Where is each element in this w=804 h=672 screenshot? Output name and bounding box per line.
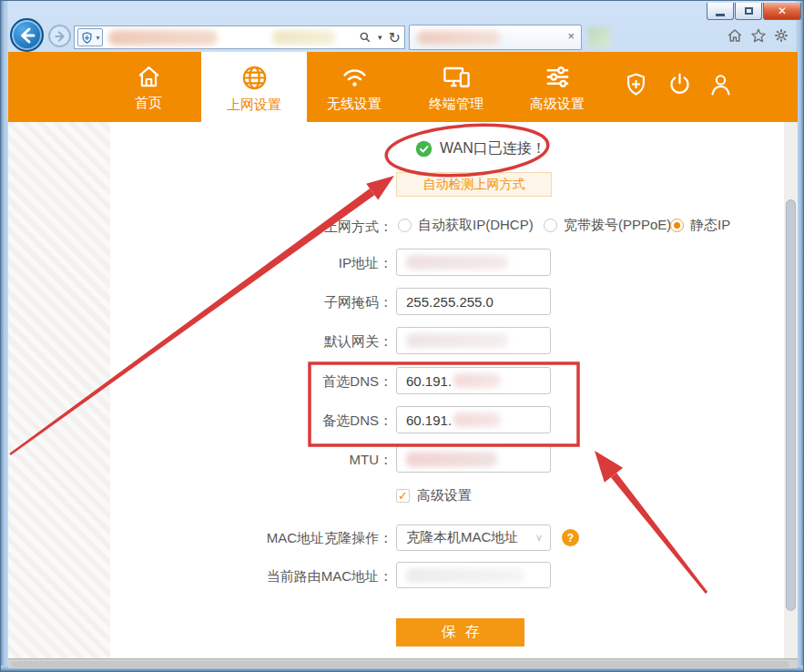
site-icon-box[interactable]: ▾ [77,28,103,46]
close-button[interactable]: ✕ [763,3,801,20]
nav-tab-label: 上网设置 [227,97,281,114]
back-button[interactable] [10,18,44,52]
mtu-input[interactable] [396,445,551,473]
vertical-scrollbar-thumb[interactable] [786,199,796,611]
star-icon [750,27,767,44]
radio-label: 宽带拨号(PPPoE) [564,217,671,234]
url-redacted-blob2 [272,30,336,45]
url-redacted-blob [108,30,218,46]
browser-window: ✕ ▾ ▾ ↻ × 首页 [0,0,804,672]
radio-option-dhcp[interactable]: 自动获取IP(DHCP) [398,217,534,234]
ip-address-label: IP地址： [110,255,392,272]
site-nav: 首页 上网设置 无线设置 终端管理 高级设置 [8,52,798,122]
checkbox-checked-icon[interactable]: ✓ [396,489,410,503]
minimize-button[interactable] [707,3,734,20]
redacted-value [406,333,508,348]
primary-dns-label: 首选DNS： [110,373,392,391]
redacted-value [453,373,501,388]
vertical-scrollbar[interactable] [784,122,798,658]
forward-button[interactable] [48,25,71,47]
nav-tab-device-management[interactable]: 终端管理 [406,52,506,122]
advanced-settings-toggle[interactable]: ✓ 高级设置 [396,487,472,504]
radio-option-pppoe[interactable]: 宽带拨号(PPPoE) [544,217,671,234]
nav-tab-home[interactable]: 首页 [98,52,198,122]
reboot-power-button[interactable] [666,70,694,98]
mac-clone-selected-value: 克隆本机MAC地址 [406,529,518,546]
nav-tab-internet-settings[interactable]: 上网设置 [201,52,307,124]
current-mac-label: 当前路由MAC地址： [110,568,392,585]
user-icon [707,70,735,98]
mode-label: 上网方式： [110,219,392,236]
redacted-value [406,452,497,467]
search-icon[interactable] [359,31,371,44]
page-left-background [8,122,110,658]
mac-clone-select[interactable]: 克隆本机MAC地址 ∨ [396,524,551,551]
redacted-value [406,255,508,270]
nav-tab-label: 无线设置 [327,96,382,113]
address-bar[interactable]: ▾ ▾ ↻ [74,25,405,49]
redacted-value [453,412,501,427]
tab-close-icon[interactable]: × [567,30,575,42]
home-icon [727,27,743,44]
chevron-down-icon: ∨ [535,532,543,544]
sliders-icon [542,61,574,93]
ip-address-input[interactable] [396,249,551,276]
new-tab-button[interactable] [588,27,610,47]
radio-option-static-ip[interactable]: 静态IP [670,217,730,234]
close-icon: ✕ [778,5,787,17]
subnet-mask-value: 255.255.255.0 [406,294,494,310]
nav-tab-label: 终端管理 [429,96,483,113]
check-circle-icon [415,140,433,158]
horizontal-scrollbar-thumb[interactable] [11,661,789,667]
wan-status-text: WAN口已连接！ [440,139,546,158]
secondary-dns-label: 备选DNS： [110,412,392,430]
wifi-icon [339,61,371,93]
secondary-dns-input[interactable]: 60.191. [396,406,551,433]
maximize-button[interactable] [735,3,762,20]
radio-label: 自动获取IP(DHCP) [418,217,534,234]
gateway-label: 默认网关： [110,333,392,351]
settings-button[interactable] [773,27,789,44]
globe-icon [239,62,270,94]
home-toolbar-button[interactable] [727,27,743,44]
mac-clone-label: MAC地址克隆操作： [110,530,392,547]
subnet-mask-label: 子网掩码： [110,294,392,311]
refresh-icon[interactable]: ↻ [389,29,401,46]
forward-arrow-icon [53,29,67,44]
nav-tab-advanced-settings[interactable]: 高级设置 [507,52,607,122]
browser-tab[interactable]: × [409,25,582,50]
gateway-input[interactable] [396,327,551,354]
gear-icon [773,27,789,44]
radio-icon-selected[interactable] [670,219,684,232]
current-mac-input[interactable] [396,562,551,588]
subnet-mask-input[interactable]: 255.255.255.0 [396,288,551,315]
search-dropdown-caret-icon[interactable]: ▾ [378,33,382,42]
shield-plus-icon [622,70,650,98]
save-button[interactable]: 保存 [396,618,524,647]
radio-icon[interactable] [398,219,412,232]
radio-icon[interactable] [544,219,557,232]
primary-dns-input[interactable]: 60.191. [396,367,551,394]
security-shield-button[interactable] [622,70,650,98]
auto-detect-button[interactable]: 自动检测上网方式 [396,172,552,197]
save-label: 保存 [442,623,489,642]
chevron-down-icon: ▾ [96,34,99,42]
horizontal-scrollbar[interactable] [8,658,798,668]
maximize-icon [745,7,753,15]
question-icon[interactable]: ? [562,529,579,546]
nav-tab-wireless-settings[interactable]: 无线设置 [304,52,404,122]
secondary-dns-value: 60.191. [406,412,452,428]
favorites-button[interactable] [750,27,767,44]
primary-dns-value: 60.191. [406,373,452,389]
advanced-settings-label: 高级设置 [417,487,472,504]
home-icon [134,62,164,92]
wan-status: WAN口已连接！ [415,139,546,158]
auto-detect-label: 自动检测上网方式 [423,177,525,193]
redacted-value [406,568,524,583]
nav-tab-label: 高级设置 [530,96,585,113]
back-arrow-icon [16,25,38,46]
account-button[interactable] [707,70,735,98]
power-icon [666,70,694,98]
shield-plus-icon [80,31,94,45]
minimize-icon [716,14,725,16]
